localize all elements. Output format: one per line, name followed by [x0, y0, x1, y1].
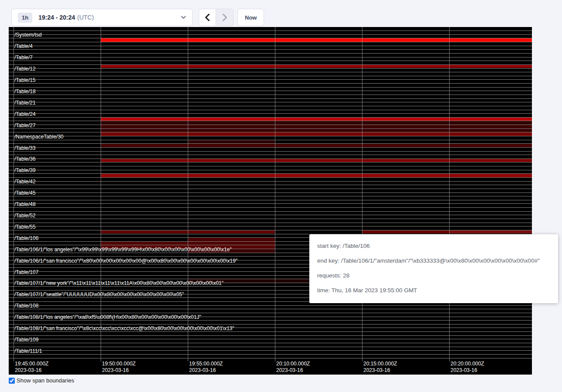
span-boundary-line [9, 110, 532, 110]
span-boundary-line [9, 49, 532, 50]
row-label: /Table/106/1/"san francisco"/"\x80\x00\x… [14, 258, 237, 264]
row-label: /Table/12 [14, 66, 36, 72]
span-boundary-line [9, 305, 532, 306]
row-label: /NamespaceTable/30 [14, 134, 64, 140]
heatmap-band[interactable] [188, 238, 275, 241]
heatmap-plot[interactable]: /System/tsd/Table/4/Table/7/Table/12/Tab… [9, 27, 532, 358]
span-boundary-line [9, 343, 532, 343]
time-tick-label: 20:20:00.000Z2023-03-16 [450, 361, 484, 374]
span-boundary-line [9, 30, 532, 31]
span-boundary-line [9, 79, 532, 80]
heatmap-band[interactable] [101, 144, 532, 147]
row-label: /Table/42 [14, 179, 36, 185]
span-boundary-line [9, 185, 532, 185]
span-boundary-line [9, 53, 532, 54]
span-boundary-line [9, 106, 532, 106]
now-button[interactable]: Now [237, 9, 264, 26]
span-boundary-line [9, 136, 532, 136]
row-label: /Table/111/1 [14, 348, 42, 354]
range-tooltip: start key: /Table/106end key: /Table/106… [309, 234, 558, 303]
heatmap-band[interactable] [362, 230, 449, 234]
span-boundary-line [9, 46, 532, 46]
span-boundary-line [9, 98, 532, 99]
timezone-text: (UTC) [77, 14, 94, 21]
heatmap-band[interactable] [101, 65, 532, 68]
heatmap-band[interactable] [101, 125, 532, 128]
prev-time-button[interactable] [199, 9, 216, 26]
span-boundary-line [9, 72, 532, 72]
time-tick-label: 19:45:00.000Z2023-03-16 [15, 361, 48, 374]
time-nav-group [199, 9, 234, 26]
row-label: /Table/107/1/"seattle"/"UUUUUUD\x00\x80\… [14, 292, 184, 297]
time-tick-label: 19:50:00.000Z2023-03-16 [102, 361, 135, 374]
span-boundary-line [9, 155, 532, 155]
span-boundary-line [9, 309, 532, 309]
tooltip-line: end key: /Table/106/1/"amsterdam"/"\xb33… [317, 253, 550, 268]
row-label: /Table/106 [14, 236, 38, 241]
row-label: /Table/108/1/"san francisco"/"\x8c\xcc\x… [14, 326, 234, 331]
span-boundary-line [9, 151, 532, 152]
row-label: /Table/4 [14, 44, 33, 49]
time-range-text: 19:24 - 20:24 [38, 14, 75, 21]
row-label: /Table/27 [14, 123, 36, 128]
time-gridline [101, 27, 101, 362]
row-label: /Table/39 [14, 168, 36, 173]
span-boundary-line [9, 102, 532, 102]
chevron-right-icon [222, 14, 228, 21]
span-boundary-line [9, 324, 532, 324]
row-label: /Table/18 [14, 89, 36, 95]
span-boundary-line [9, 203, 532, 204]
time-tick-label: 19:55:00.000Z2023-03-16 [189, 361, 223, 374]
span-boundary-line [9, 113, 532, 114]
time-range-select[interactable]: 1h 19:24 - 20:24 (UTC) [11, 9, 193, 26]
span-boundary-line [9, 147, 532, 148]
span-boundary-line [9, 358, 532, 358]
row-label: /Table/107 [14, 270, 38, 275]
key-visualizer-page: 1h 19:24 - 20:24 (UTC) Now /System/tsd/T… [0, 0, 562, 392]
heatmap-band[interactable] [101, 118, 532, 121]
span-boundary-line [9, 42, 532, 42]
time-tick-label: 20:15:00.000Z2023-03-16 [363, 361, 397, 374]
span-boundary-line [9, 207, 532, 208]
row-label: /Table/52 [14, 213, 36, 219]
span-boundary-line [9, 162, 532, 162]
heatmap-canvas[interactable]: /System/tsd/Table/4/Table/7/Table/12/Tab… [9, 27, 532, 375]
time-gridline [188, 27, 188, 362]
next-time-button[interactable] [216, 9, 234, 26]
tooltip-line: requests: 28 [317, 268, 550, 283]
heatmap-band[interactable] [101, 174, 532, 177]
span-boundary-line [9, 219, 532, 219]
heatmap-band[interactable] [449, 230, 532, 234]
row-label: /Table/107/1/"new york"/"\x11\x11\x11\x1… [14, 280, 223, 286]
row-label: /Table/108 [14, 303, 38, 309]
heatmap-band[interactable] [101, 38, 532, 42]
row-label: /Table/21 [14, 100, 36, 106]
span-boundary-line [9, 34, 532, 35]
span-boundary-line [9, 347, 532, 347]
chevron-down-icon [181, 16, 186, 19]
row-label: /Table/109 [14, 337, 38, 343]
chevron-left-icon [204, 14, 210, 21]
span-boundary-line [9, 189, 532, 189]
heatmap-band[interactable] [101, 121, 532, 125]
span-boundary-line [9, 339, 532, 339]
span-boundary-line [9, 354, 532, 355]
span-boundary-line [9, 196, 532, 196]
span-boundary-line [9, 166, 532, 166]
span-boundary-line [9, 68, 532, 69]
heatmap-band[interactable] [101, 159, 532, 162]
span-boundary-line [9, 320, 532, 321]
heatmap-band[interactable] [101, 132, 532, 136]
tooltip-line: time: Thu, 16 Mar 2023 19:55:00 GMT [317, 283, 550, 298]
span-boundary-line [9, 61, 532, 61]
show-span-boundaries-checkbox[interactable] [9, 378, 15, 384]
show-span-boundaries[interactable]: Show span boundaries [9, 377, 74, 384]
span-boundary-line [9, 223, 532, 223]
span-boundary-line [9, 215, 532, 215]
heatmap-band[interactable] [188, 140, 275, 144]
row-label: /Table/55 [14, 224, 36, 230]
heatmap-band[interactable] [101, 129, 532, 132]
span-boundary-line [9, 87, 532, 88]
row-label: /Table/7 [14, 55, 33, 61]
row-label: /Table/36 [14, 156, 36, 162]
